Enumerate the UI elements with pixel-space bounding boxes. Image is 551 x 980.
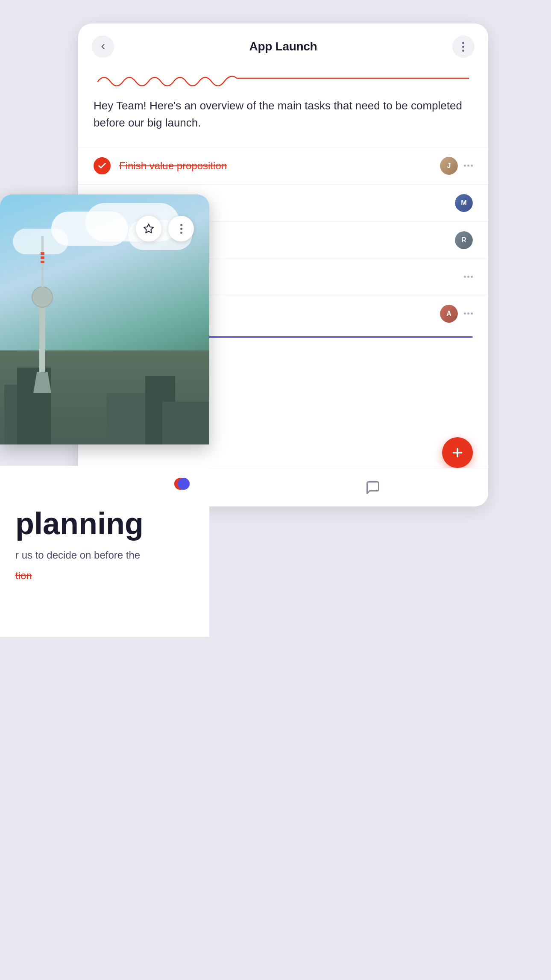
- planning-subtitle: r us to decide on before the: [15, 547, 194, 563]
- overlay-actions: [136, 216, 194, 241]
- cloud-4: [13, 229, 68, 254]
- planning-title: planning: [15, 507, 194, 541]
- task-menu-4[interactable]: [464, 276, 473, 278]
- task-item: Finish value proposition J: [78, 147, 488, 184]
- star-button[interactable]: [136, 216, 161, 241]
- task-avatar-5: A: [440, 305, 458, 323]
- tower-sphere: [32, 286, 53, 308]
- description-text: Hey Team! Here's an overview of the main…: [78, 97, 488, 147]
- add-task-button[interactable]: [442, 437, 473, 468]
- tower-shaft: [39, 299, 45, 376]
- task-checkbox-1[interactable]: [94, 157, 111, 174]
- squiggle-decoration: [78, 70, 488, 97]
- page-title: App Launch: [249, 40, 317, 53]
- city-image: [0, 194, 209, 444]
- menu-dots-icon-4: [464, 276, 473, 278]
- task-menu-1[interactable]: [464, 165, 473, 167]
- overlay-more-icon: [180, 224, 182, 234]
- dot-blue: [178, 478, 190, 490]
- building-5: [162, 402, 209, 444]
- menu-dots-icon: [464, 165, 473, 167]
- nav-chat-icon[interactable]: [365, 480, 381, 495]
- more-icon: [462, 42, 464, 52]
- dots-logo: [174, 478, 194, 490]
- task-avatar-2: M: [455, 194, 473, 212]
- task-label-1: Finish value proposition: [119, 160, 433, 172]
- task-avatar-1: J: [440, 157, 458, 175]
- card-header: App Launch: [78, 24, 488, 70]
- tower-tip: [41, 252, 44, 265]
- back-button[interactable]: [92, 35, 114, 58]
- task-menu-5[interactable]: [464, 312, 473, 315]
- task-avatar-3: R: [455, 231, 473, 249]
- overlay-image-card: [0, 194, 209, 444]
- more-button[interactable]: [452, 35, 475, 58]
- planning-card: planning r us to decide on before the ti…: [0, 466, 209, 637]
- overlay-more-button[interactable]: [168, 216, 194, 241]
- menu-dots-icon-5: [464, 312, 473, 315]
- svg-marker-10: [144, 224, 153, 233]
- building-3: [107, 393, 149, 444]
- planning-strikethrough: tion: [15, 570, 32, 582]
